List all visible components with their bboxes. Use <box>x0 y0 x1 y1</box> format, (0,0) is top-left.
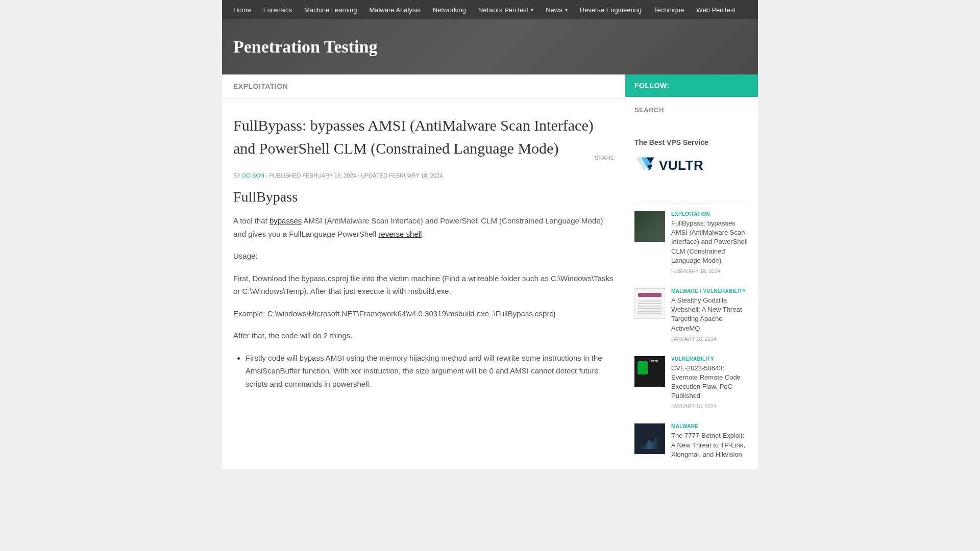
article: FullBypass: bypasses AMSI (AntiMalware S… <box>222 98 625 415</box>
step-2: Example: C:\windows\Microsoft.NET\Framew… <box>233 307 614 320</box>
nav-forensics[interactable]: Forensics <box>257 1 298 19</box>
post-thumb-icon <box>634 288 665 319</box>
step-1: First, Download the bypass.csproj file i… <box>233 272 614 298</box>
chevron-down-icon: ▾ <box>565 7 568 13</box>
post-thumb-icon <box>634 211 665 242</box>
post-category[interactable]: EXPLOITATION <box>671 211 749 217</box>
post-date: JANUARY 18, 2024 <box>671 404 749 409</box>
post-date: FEBRUARY 18, 2024 <box>671 268 749 274</box>
site-title[interactable]: Penetration Testing <box>233 37 747 57</box>
nav-home[interactable]: Home <box>227 1 257 19</box>
usage-label: Usage: <box>233 249 614 263</box>
link-bypasses[interactable]: bypasses <box>270 216 302 225</box>
category-link[interactable]: EXPLOITATION <box>233 82 288 90</box>
recent-post[interactable]: VULNERABILITY CVE-2023-50643: Evernote R… <box>625 349 758 417</box>
post-thumb-icon <box>634 423 665 454</box>
vps-link[interactable]: VULTR <box>634 152 749 179</box>
post-category[interactable]: MALWARE <box>671 423 749 429</box>
search-heading: SEARCH <box>634 106 749 114</box>
bullet-1: Firstly code will bypass AMSI using the … <box>246 352 614 391</box>
chevron-down-icon: ▾ <box>531 7 533 13</box>
author-link[interactable]: DO SON <box>242 172 264 179</box>
article-meta: BY DO SON · PUBLISHED FEBRUARY 18, 2024 … <box>233 172 614 179</box>
nav-reverse-engineering[interactable]: Reverse Engineering <box>574 1 648 19</box>
link-reverse-shell[interactable]: reverse shell <box>378 230 422 238</box>
nav-machine-learning[interactable]: Machine Learning <box>298 1 363 19</box>
vps-heading: The Best VPS Service <box>634 138 749 146</box>
top-nav: Home Forensics Machine Learning Malware … <box>222 0 758 19</box>
follow-bar: FOLLOW: <box>625 74 758 97</box>
nav-malware-analysis[interactable]: Malware Analysis <box>363 1 426 19</box>
post-date: JANUARY 18, 2024 <box>671 336 749 342</box>
article-title: FullBypass: bypasses AMSI (AntiMalware S… <box>233 114 614 160</box>
post-category[interactable]: MALWARE / VULNERABILITY <box>671 288 749 294</box>
nav-networking[interactable]: Networking <box>427 1 472 19</box>
share-label[interactable]: SHARE <box>595 155 614 161</box>
vultr-text: VULTR <box>659 158 703 173</box>
post-thumb-icon <box>634 356 665 387</box>
nav-network-pentest[interactable]: Network PenTest▾ <box>472 1 540 19</box>
article-heading: FullBypass <box>233 189 614 205</box>
category-bar: EXPLOITATION <box>222 74 625 98</box>
meta-dates: · PUBLISHED FEBRUARY 18, 2024 · UPDATED … <box>266 172 443 179</box>
recent-post[interactable]: MALWARE The 7777-Botnet Exploit: A New T… <box>625 416 758 469</box>
recent-post[interactable]: MALWARE / VULNERABILITY A Stealthy Godzi… <box>625 281 758 349</box>
sidebar: FOLLOW: SEARCH The Best VPS Service VULT… <box>625 74 758 469</box>
nav-news[interactable]: News▾ <box>540 1 574 19</box>
bullet-list: Firstly code will bypass AMSI using the … <box>233 352 614 391</box>
article-intro: A tool that bypasses AMSI (AntiMalware S… <box>233 214 614 240</box>
vultr-logo-icon <box>634 156 656 175</box>
post-title[interactable]: FullBypass: bypasses AMSI (AntiMalware S… <box>671 219 749 265</box>
hero-banner: Penetration Testing <box>222 19 758 74</box>
post-category[interactable]: VULNERABILITY <box>671 356 749 362</box>
recent-post[interactable]: EXPLOITATION FullBypass: bypasses AMSI (… <box>625 204 758 281</box>
step-3: After that, the code will do 2 things. <box>233 329 614 342</box>
nav-technique[interactable]: Technique <box>648 1 690 19</box>
post-title[interactable]: CVE-2023-50643: Evernote Remote Code Exe… <box>671 364 749 401</box>
meta-by: BY <box>233 172 240 179</box>
nav-web-pentest[interactable]: Web PenTest <box>690 1 742 19</box>
post-title[interactable]: A Stealthy Godzilla Webshell: A New Thre… <box>671 296 749 333</box>
post-title[interactable]: The 7777-Botnet Exploit: A New Threat to… <box>671 431 749 459</box>
